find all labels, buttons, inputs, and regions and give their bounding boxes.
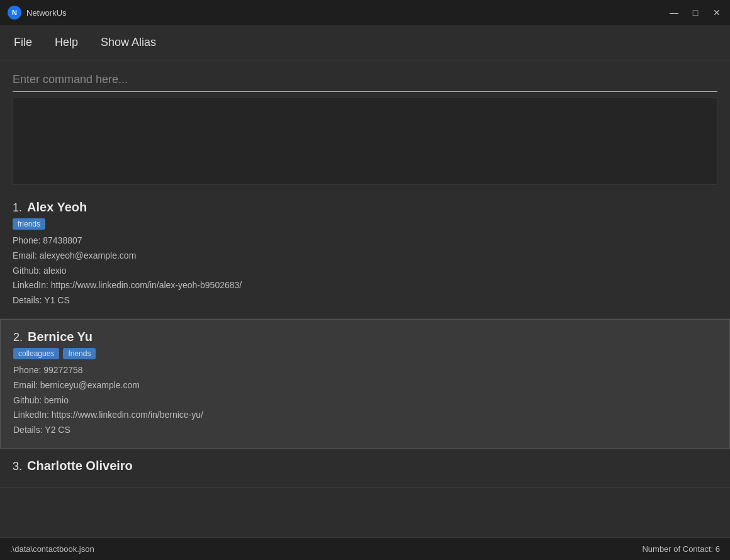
contact-details: Details: Y1 CS [13,293,717,308]
status-count: Number of Contact: 6 [642,544,720,554]
contact-name: Alex Yeoh [27,200,87,215]
close-button[interactable]: ✕ [711,7,722,18]
menu-show-alias[interactable]: Show Alias [97,33,160,52]
contact-email: Email: alexyeoh@example.com [13,249,717,264]
tag: friends [63,348,96,359]
contact-item: 2. Bernice Yu colleagues friends Phone: … [0,319,730,449]
title-bar: N NetworkUs — □ ✕ [0,0,730,25]
app-title: NetworkUs [26,8,67,18]
contact-number: 1. [13,201,22,215]
contact-name-line: 2. Bernice Yu [13,330,717,344]
tags-line: colleagues friends [13,348,717,359]
title-bar-controls: — □ ✕ [668,7,722,18]
command-area [0,60,730,92]
command-input[interactable] [13,70,717,92]
contacts-list[interactable]: 1. Alex Yeoh friends Phone: 87438807 Ema… [0,190,730,537]
contact-phone: Phone: 87438807 [13,233,717,249]
minimize-button[interactable]: — [668,7,680,18]
contact-name-line: 1. Alex Yeoh [13,200,717,215]
contact-name: Bernice Yu [28,330,93,344]
contact-linkedin: LinkedIn: https://www.linkedin.com/in/be… [13,408,717,423]
contact-number: 2. [13,331,23,344]
contact-email: Email: berniceyu@example.com [13,378,717,393]
status-bar: .\data\contactbook.json Number of Contac… [0,537,730,560]
contact-name: Charlotte Oliveiro [27,459,133,473]
contact-details: Details: Y2 CS [13,423,717,438]
app-logo: N [8,6,21,20]
title-bar-left: N NetworkUs [8,6,67,20]
contact-github: Github: bernio [13,393,717,408]
contact-item: 1. Alex Yeoh friends Phone: 87438807 Ema… [0,190,730,319]
contact-github: Github: alexio [13,264,717,279]
menu-file[interactable]: File [10,33,36,52]
menu-bar: File Help Show Alias [0,25,730,60]
status-filepath: .\data\contactbook.json [10,544,94,554]
tag: friends [13,218,45,230]
contact-item: 3. Charlotte Oliveiro [0,449,730,488]
output-area [13,97,717,185]
tag: colleagues [13,348,59,359]
contact-name-line: 3. Charlotte Oliveiro [13,459,717,473]
contact-phone: Phone: 99272758 [13,363,717,378]
maximize-button[interactable]: □ [690,7,701,18]
contact-linkedin: LinkedIn: https://www.linkedin.com/in/al… [13,278,717,293]
contact-number: 3. [13,460,22,473]
menu-help[interactable]: Help [51,33,82,52]
tags-line: friends [13,218,717,230]
